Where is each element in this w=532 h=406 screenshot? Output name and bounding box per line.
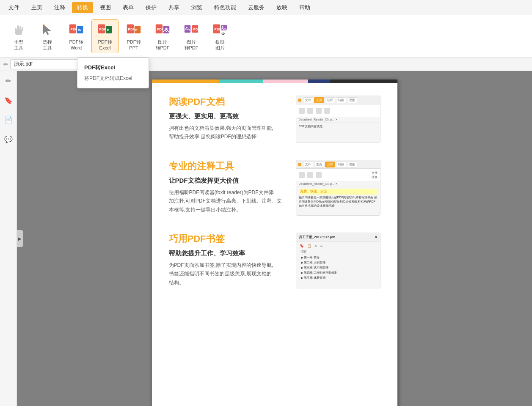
mini-tab2-convert: 转换 [336,162,346,167]
menu-browse[interactable]: 浏览 [186,2,207,13]
color-seg-4 [308,80,331,83]
menu-cloud[interactable]: 云服务 [243,2,270,13]
menu-features[interactable]: 特色功能 [209,2,241,13]
section-1-text: 阅读PDF文档 更强大、更实用、更高效 拥有出色的文档渲染效果,强大的页面管理功… [169,96,287,143]
sidebar-comment-icon[interactable]: 💬 [2,133,15,145]
menu-home[interactable]: 主页 [26,2,47,13]
select-tool-label: 选择工具 [43,39,52,50]
mini-tab2-view: 视图 [347,162,357,167]
sidebar-pages-icon[interactable]: 📄 [2,113,15,126]
svg-point-25 [165,28,167,30]
mini-bookmark: 员工手册_20120917.pdf ✕ 🔖 📋 A A 书签 [296,233,380,288]
sidebar-bookmark-icon[interactable]: 🔖 [2,94,15,107]
mini-tabs-1: 文件 主页 注释 转换 视图 [303,97,357,103]
mini-tab2-home: 主页 [314,162,324,167]
section-1-heading: 阅读PDF文档 [169,96,287,108]
section-3-img: 员工手册_20120917.pdf ✕ 🔖 📋 A A 书签 [296,233,380,288]
section-3-heading: 巧用PDF书签 [169,233,287,245]
hand-icon [11,22,27,38]
menu-comment[interactable]: 注释 [49,2,70,13]
mini-tab-convert: 转换 [336,97,346,103]
menu-help[interactable]: 帮助 [294,2,315,13]
mini-icon-b [307,172,313,178]
bookmark-toolbar-icons: 🔖 📋 A A [298,243,378,249]
menu-file[interactable]: 文件 [3,2,25,13]
sidebar-edit-icon[interactable]: ✏ [2,74,15,87]
pdf-ppt-icon: PDF → P [126,22,142,38]
section-2-subheading: 让PDF文档发挥更大价值 [169,177,287,185]
mini-content-1: PDF文档内容预览... [296,123,380,131]
section-1-subheading: 更强大、更实用、更高效 [169,112,287,121]
mini-convert-label: 文件转换 [372,171,378,179]
pdf-to-ppt-button[interactable]: PDF → P PDF转PPT [120,19,147,53]
menu-slideshow[interactable]: 放映 [271,2,292,13]
color-seg-3 [263,80,308,83]
section-2-text: 专业的注释工具 让PDF文档发挥更大价值 使用福昕PDF阅读器(foxit re… [169,160,287,216]
section-3-text: 巧用PDF书签 帮助您提升工作、学习效率 为PDF页面添加书签,除了实现内容的快… [169,233,287,288]
section-2-img: 文件 主页 注释 转换 视图 [296,160,380,216]
pdf-excel-label: PDF转Excel [98,39,112,50]
mini-icon-a [299,172,305,178]
main-area: ✏ 🔖 📄 💬 ▶ 阅读PDF文档 更强大、更实用、更高效 [0,71,532,406]
mini-filename-2: Datasheet_Reader_CN.p... ✕ [296,181,380,187]
pdf-section-1: 阅读PDF文档 更强大、更实用、更高效 拥有出色的文档渲染效果,强大的页面管理功… [169,96,380,143]
color-seg-1 [152,80,219,83]
mini-app-bar-1: 文件 主页 注释 转换 视图 [296,96,380,104]
bookmark-close-icon: ✕ [375,235,378,239]
img-pdf-label: 图片转PDF [156,39,170,50]
menu-bar: 文件 主页 注释 转换 视图 表单 保护 共享 浏览 特色功能 云服务 放映 帮… [0,0,532,15]
section-2-heading: 专业的注释工具 [169,160,287,173]
pdf-to-excel-button[interactable]: PDF → E PDF转Excel [91,19,119,53]
image-to-pdf-button[interactable]: → PDF 图片转PDF [178,19,205,53]
extract-image-button[interactable]: PDF 提取图片 [207,19,234,53]
mini-tabs-2: 文件 主页 注释 转换 视图 [303,162,357,167]
menu-form[interactable]: 表单 [118,2,139,13]
svg-text:E: E [107,28,110,32]
hand-tool-label: 手型工具 [14,39,23,50]
menu-protect[interactable]: 保护 [141,2,162,13]
section-1-img: 文件 主页 注释 转换 视图 [296,96,380,143]
pdf-to-word-button[interactable]: PDF → W PDF转Word [63,19,90,53]
bookmark-section-title: 书签 [298,249,378,255]
svg-rect-4 [15,28,17,32]
bookmark-header: 员工手册_20120917.pdf ✕ [296,233,380,241]
collapse-panel-arrow[interactable]: ▶ [17,230,23,247]
img-to-pdf-label: 图片转PDF [185,39,198,50]
select-tool-button[interactable]: 选择工具 [34,19,61,53]
pdf-excel-icon: PDF → E [97,22,113,38]
mini-icon-1 [299,108,305,114]
color-seg-5 [330,80,397,83]
mini-logo [298,99,301,102]
svg-rect-3 [22,27,23,31]
tooltip-dropdown: PDF转Excel 将PDF文档转成Excel [77,58,149,88]
menu-share[interactable]: 共享 [163,2,185,13]
menu-convert[interactable]: 转换 [72,2,93,13]
extract-icon: PDF [212,22,228,38]
pdf-ppt-label: PDF转PPT [127,39,141,50]
mini-tab2-file: 文件 [303,162,313,167]
bookmark-item-1: 第一章 简介 [298,255,378,260]
pdf-to-image-button[interactable]: PDF → 图片转PDF [149,19,176,53]
bookmark-body: 🔖 📋 A A 书签 第一章 简介 第二章 入职管理 第三章 试用期管理 第四章… [296,241,380,282]
select-icon [39,22,55,38]
mini-tab-file: 文件 [303,97,313,103]
svg-rect-1 [17,25,19,31]
image-to-pdf-icon: → PDF [183,22,199,38]
svg-text:P: P [135,28,138,32]
mini-logo-2 [298,163,301,166]
hand-tool-button[interactable]: 手型工具 [5,19,32,53]
mini-toolbar-2: 文件转换 [296,169,380,181]
section-2-body: 使用福昕PDF阅读器(foxit reader)为PDF文件添加注释,可对PDF… [169,188,287,214]
bm-icon-2: 📋 [307,244,311,248]
mini-icon-c [316,172,322,178]
bookmark-item-2: 第二章 入职管理 [298,260,378,265]
bookmark-item-5: 第五章 休薪假期 [298,275,378,280]
pdf-section-2: 专业的注释工具 让PDF文档发挥更大价值 使用福昕PDF阅读器(foxit re… [169,160,380,216]
mini-app-bar-2: 文件 主页 注释 转换 视图 [296,160,380,169]
mini-app-1: 文件 主页 注释 转换 视图 [296,96,380,143]
mini-toolbar-1 [296,104,380,117]
menu-view[interactable]: 视图 [95,2,116,13]
svg-rect-2 [19,26,21,31]
mini-tab2-comment: 注释 [325,162,335,167]
bm-icon-3: A [315,244,317,248]
